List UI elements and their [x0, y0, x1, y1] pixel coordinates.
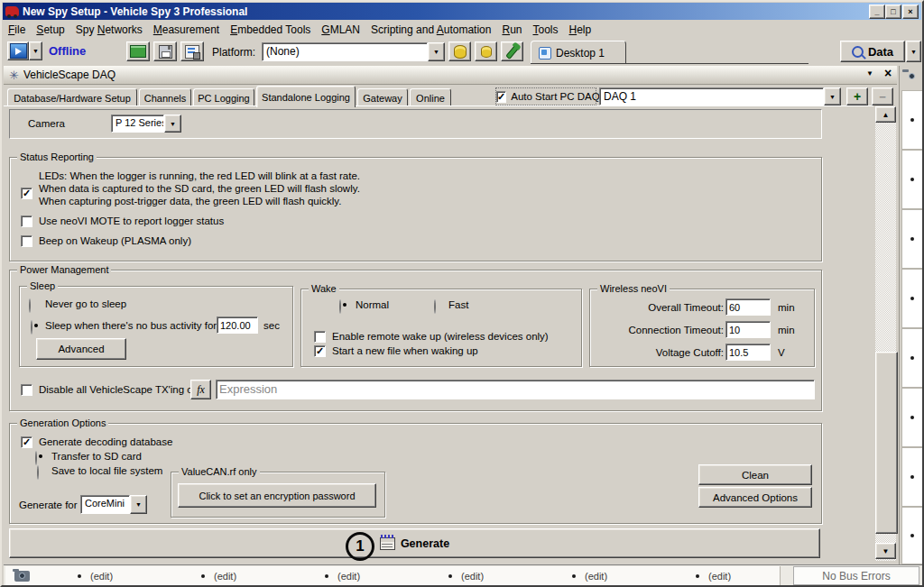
sleep-no-bus-radio[interactable] — [31, 320, 32, 335]
remove-daq-button[interactable]: − — [872, 87, 893, 105]
dock-slot[interactable] — [901, 388, 923, 447]
camera-value: P 12 Series — [111, 115, 164, 133]
tools-wrench-button[interactable] — [501, 41, 523, 61]
maximize-button[interactable]: □ — [885, 5, 901, 19]
daq-select[interactable]: DAQ 1 ▼ — [599, 87, 841, 105]
generate-decoding-label: Generate decoding database — [39, 436, 172, 447]
never-sleep-radio[interactable] — [29, 298, 31, 313]
wake-fast-radio[interactable] — [434, 299, 436, 314]
scroll-up-button[interactable]: ▲ — [875, 106, 896, 123]
menu-embedded-tools[interactable]: Embedded Tools — [225, 22, 316, 38]
dock-slot[interactable] — [901, 507, 923, 564]
app-icon — [5, 6, 19, 16]
tab-pc-logging[interactable]: PC Logging — [193, 88, 254, 106]
dot-icon — [910, 178, 914, 181]
data-dropdown-button[interactable]: ▼ — [906, 41, 921, 62]
wake-normal-radio[interactable] — [339, 299, 341, 314]
dock-slot[interactable] — [901, 90, 923, 150]
menu-help[interactable]: Help — [564, 22, 597, 38]
generate-for-dropdown-icon[interactable]: ▼ — [130, 495, 147, 514]
disable-txing-checkbox[interactable] — [21, 384, 32, 396]
edit-label[interactable]: (edit) — [214, 571, 236, 582]
menu-spy-networks[interactable]: Spy Networks — [70, 22, 148, 38]
auto-start-pc-daq-checkbox[interactable]: ✓ Auto Start PC DAQ — [496, 88, 596, 105]
dock-slot[interactable] — [901, 447, 923, 507]
statusbar-camera-cell[interactable] — [5, 566, 39, 585]
overall-timeout-input[interactable] — [725, 298, 771, 316]
statusbar-edit-slot[interactable]: (edit) — [162, 566, 286, 585]
dot-icon — [910, 356, 914, 360]
save-setup-button[interactable] — [180, 41, 204, 61]
save-local-radio[interactable] — [37, 465, 39, 480]
edit-label[interactable]: (edit) — [461, 571, 484, 582]
data-button[interactable]: Data — [840, 41, 905, 62]
statusbar-edit-slot[interactable]: (edit) — [409, 566, 533, 585]
connection-timeout-input[interactable] — [725, 321, 771, 338]
statusbar-edit-slot[interactable]: (edit) — [656, 566, 781, 585]
remote-wakeup-checkbox[interactable] — [314, 331, 326, 343]
menu-gmlan[interactable]: GMLAN — [316, 22, 365, 38]
minimize-button[interactable]: _ — [869, 5, 885, 19]
auto-start-check-icon[interactable]: ✓ — [496, 91, 506, 103]
tab-desktop-1[interactable]: Desktop 1 — [531, 41, 626, 64]
tab-standalone-logging[interactable]: Standalone Logging — [256, 86, 356, 107]
statusbar-edit-slot[interactable]: (edit) — [532, 566, 657, 585]
panel-close-icon[interactable]: × — [884, 66, 892, 80]
save-button[interactable] — [153, 41, 177, 61]
camera-dropdown-icon[interactable]: ▼ — [164, 115, 181, 133]
database-button[interactable] — [448, 41, 471, 61]
tab-gateway[interactable]: Gateway — [357, 88, 408, 106]
dock-slot[interactable] — [901, 328, 923, 388]
run-dropdown-button[interactable]: ▼ — [29, 41, 42, 60]
save-local-label: Save to local file system — [51, 465, 162, 476]
camera-select[interactable]: P 12 Series ▼ — [111, 115, 181, 133]
close-button[interactable]: × — [902, 5, 919, 19]
generate-button[interactable]: Generate — [9, 528, 820, 558]
dock-slot[interactable] — [901, 150, 923, 209]
edit-label[interactable]: (edit) — [90, 571, 113, 582]
advanced-options-button[interactable]: Advanced Options — [698, 487, 812, 508]
tab-online[interactable]: Online — [410, 88, 451, 106]
dock-slot[interactable] — [901, 209, 923, 269]
search-icon — [852, 46, 864, 58]
menu-setup[interactable]: Setup — [31, 22, 69, 38]
expression-input[interactable] — [216, 380, 815, 399]
beep-wakeup-checkbox[interactable] — [21, 235, 32, 247]
scroll-down-button[interactable]: ▼ — [875, 543, 896, 559]
edit-label[interactable]: (edit) — [337, 571, 360, 582]
platform-dropdown-icon[interactable]: ▼ — [428, 42, 445, 61]
main-toolbar: ▼ Offline Platform: (None) ▼ Desktop 1 D… — [3, 39, 921, 65]
statusbar-edit-slot[interactable]: (edit) — [38, 566, 162, 585]
tab-database-hardware-setup[interactable]: Database/Hardware Setup — [7, 88, 137, 106]
encryption-password-button[interactable]: Click to set an encryption password — [178, 483, 376, 508]
scrollbar-thumb[interactable] — [875, 352, 898, 534]
sleep-advanced-button[interactable]: Advanced — [36, 338, 126, 360]
statusbar-edit-slot[interactable]: (edit) — [285, 566, 410, 585]
transfer-sd-radio[interactable] — [35, 451, 37, 465]
menu-scripting-automation[interactable]: Scripting and Automation — [365, 22, 496, 38]
sleep-seconds-input[interactable] — [217, 316, 258, 334]
generate-for-select[interactable]: CoreMini ▼ — [80, 495, 147, 514]
panel-collapse-icon[interactable]: ▼ — [866, 69, 873, 78]
tab-channels[interactable]: Channels — [139, 88, 191, 106]
voltage-cutoff-input[interactable] — [725, 344, 771, 361]
database-save-button[interactable] — [475, 41, 497, 61]
menu-run[interactable]: Run — [496, 22, 527, 38]
daq-dropdown-icon[interactable]: ▼ — [824, 87, 841, 105]
clean-button[interactable]: Clean — [698, 464, 812, 485]
network-setup-button[interactable] — [126, 41, 150, 61]
menu-measurement[interactable]: Measurement — [148, 22, 225, 38]
leds-checkbox[interactable]: ✓ — [21, 188, 32, 199]
add-daq-button[interactable]: + — [846, 87, 868, 105]
neovi-mote-checkbox[interactable] — [21, 216, 32, 227]
menu-tools[interactable]: Tools — [527, 22, 563, 38]
new-file-checkbox[interactable]: ✓ — [314, 345, 326, 357]
edit-label[interactable]: (edit) — [708, 571, 731, 582]
menu-file[interactable]: File — [3, 22, 31, 38]
fx-expression-button[interactable]: fx — [190, 380, 211, 399]
dock-slot[interactable] — [901, 269, 923, 328]
platform-select[interactable]: (None) ▼ — [262, 42, 445, 61]
generate-decoding-checkbox[interactable]: ✓ — [21, 436, 32, 448]
run-button[interactable] — [7, 41, 29, 60]
edit-label[interactable]: (edit) — [585, 571, 607, 582]
